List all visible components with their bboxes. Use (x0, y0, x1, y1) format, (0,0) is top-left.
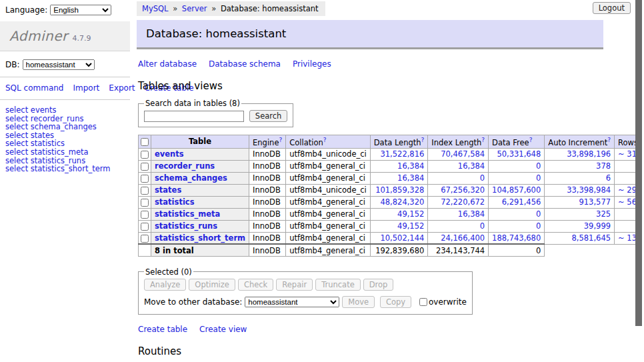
data-length-link[interactable]: 101,859,328 (375, 185, 424, 195)
auto-increment-link[interactable]: 913,577 (579, 197, 611, 207)
sidebar-action-link[interactable]: SQL command (5, 83, 63, 93)
auto-increment-link[interactable]: 33,398,984 (567, 185, 611, 195)
help-link[interactable]: ? (421, 137, 425, 143)
selected-buttons: AnalyzeOptimizeCheckRepairTruncateDrop (144, 279, 467, 291)
move-label: Move to other database: (144, 297, 242, 307)
index-length-link[interactable]: 0 (480, 221, 485, 231)
table-name-link[interactable]: events (155, 149, 184, 159)
data-free-link[interactable]: 50,331,648 (497, 149, 541, 159)
engine-cell: InnoDB (249, 160, 286, 172)
table-header-row: Table Engine? Collation? Data Length? In… (139, 135, 644, 149)
total-index-length: 234,143,744 (428, 244, 489, 256)
data-free-link[interactable]: 0 (536, 173, 541, 183)
auto-increment-link[interactable]: 39,999 (584, 221, 611, 231)
table-row: events InnoDB utf8mb4_unicode_ci 31,522,… (139, 148, 644, 160)
selected-action-button[interactable]: Check (238, 279, 273, 291)
move-button[interactable]: Move (342, 296, 375, 308)
total-label: 8 in total (151, 244, 249, 256)
collation-cell: utf8mb4_general_ci (286, 208, 371, 220)
data-free-link[interactable]: 104,857,600 (492, 185, 541, 195)
data-free-link[interactable]: 6,291,456 (502, 197, 541, 207)
table-name-link[interactable]: states (155, 185, 181, 195)
search-input[interactable] (144, 111, 244, 122)
search-button[interactable]: Search (249, 110, 288, 122)
auto-increment-link[interactable]: 325 (596, 209, 611, 219)
table-name-link[interactable]: recorder_runs (155, 161, 215, 171)
collation-cell: utf8mb4_general_ci (286, 172, 371, 184)
table-row: recorder_runs InnoDB utf8mb4_general_ci … (139, 160, 644, 172)
selected-action-button[interactable]: Analyze (144, 279, 186, 291)
selected-action-button[interactable]: Truncate (315, 279, 361, 291)
auto-increment-link[interactable]: 6 (606, 173, 611, 183)
help-link[interactable]: ? (529, 137, 533, 143)
row-checkbox[interactable] (141, 223, 149, 231)
create-link[interactable]: Create table (138, 325, 187, 334)
vertical-scrollbar-track[interactable] (635, 0, 644, 362)
collation-cell: utf8mb4_unicode_ci (286, 148, 371, 160)
sidebar-action-link[interactable]: Import (73, 83, 99, 93)
sidebar-select-table-link[interactable]: select schema_changes (5, 123, 125, 131)
row-checkbox[interactable] (141, 175, 149, 183)
collation-cell: utf8mb4_unicode_ci (286, 184, 371, 196)
help-link[interactable]: ? (481, 137, 485, 143)
overwrite-checkbox[interactable] (419, 298, 427, 306)
db-select[interactable]: homeassistant (23, 59, 95, 70)
data-length-link[interactable]: 10,502,144 (380, 233, 424, 243)
sidebar-select-table-link[interactable]: select statistics_meta (5, 148, 125, 157)
row-checkbox[interactable] (141, 235, 149, 243)
help-link[interactable]: ? (607, 137, 611, 143)
selected-action-button[interactable]: Drop (363, 279, 394, 291)
database-action-link[interactable]: Privileges (293, 59, 331, 69)
row-checkbox[interactable] (141, 199, 149, 207)
table-name-link[interactable]: statistics (155, 197, 195, 207)
data-length-link[interactable]: 48,824,320 (380, 197, 424, 207)
index-length-link[interactable]: 70,467,584 (441, 149, 485, 159)
auto-increment-link[interactable]: 8,581,645 (572, 233, 611, 243)
help-link[interactable]: ? (279, 137, 282, 143)
sidebar-select-table-link[interactable]: select statistics_short_term (5, 165, 125, 173)
data-length-link[interactable]: 16,384 (397, 173, 424, 183)
logout-button[interactable]: Logout (593, 2, 631, 14)
table-name-link[interactable]: statistics_short_term (155, 233, 245, 243)
index-length-link[interactable]: 0 (480, 173, 485, 183)
copy-button[interactable]: Copy (380, 296, 411, 308)
data-free-link[interactable]: 0 (536, 221, 541, 231)
select-all-checkbox[interactable] (141, 138, 149, 146)
breadcrumb-mysql-link[interactable]: MySQL (142, 4, 169, 13)
database-action-link[interactable]: Database schema (209, 59, 281, 69)
tables-and-views-heading: Tables and views (138, 80, 603, 92)
index-length-link[interactable]: 24,166,400 (441, 233, 485, 243)
table-name-link[interactable]: statistics_runs (155, 221, 217, 231)
data-free-link[interactable]: 0 (536, 161, 541, 171)
row-checkbox[interactable] (141, 151, 149, 159)
index-length-link[interactable]: 72,220,672 (441, 197, 485, 207)
index-length-link[interactable]: 16,384 (458, 161, 485, 171)
table-name-link[interactable]: schema_changes (155, 173, 227, 183)
data-free-link[interactable]: 188,743,680 (492, 233, 541, 243)
data-length-link[interactable]: 49,152 (397, 221, 424, 231)
language-select[interactable]: English (50, 5, 111, 15)
row-checkbox[interactable] (141, 187, 149, 195)
data-length-link[interactable]: 49,152 (397, 209, 424, 219)
data-length-link[interactable]: 16,384 (397, 161, 424, 171)
move-database-select[interactable]: homeassistant (245, 297, 339, 307)
create-link[interactable]: Create view (199, 325, 247, 334)
index-length-link[interactable]: 16,384 (458, 209, 485, 219)
row-checkbox[interactable] (141, 211, 149, 219)
breadcrumb-server-link[interactable]: Server (182, 4, 207, 13)
selected-action-button[interactable]: Optimize (189, 279, 235, 291)
engine-cell: InnoDB (249, 220, 286, 232)
sidebar-select-table-link[interactable]: select events (5, 106, 125, 115)
auto-increment-link[interactable]: 378 (596, 161, 611, 171)
help-link[interactable]: ? (323, 137, 327, 143)
vertical-scrollbar-thumb[interactable] (635, 0, 642, 326)
table-name-link[interactable]: statistics_meta (155, 209, 220, 219)
selected-action-button[interactable]: Repair (276, 279, 313, 291)
data-free-link[interactable]: 0 (536, 209, 541, 219)
index-length-link[interactable]: 67,256,320 (441, 185, 485, 195)
auto-increment-link[interactable]: 33,898,196 (567, 149, 611, 159)
data-length-link[interactable]: 31,522,816 (380, 149, 424, 159)
collation-cell: utf8mb4_general_ci (286, 196, 371, 208)
database-action-link[interactable]: Alter database (138, 59, 197, 69)
row-checkbox[interactable] (141, 163, 149, 171)
